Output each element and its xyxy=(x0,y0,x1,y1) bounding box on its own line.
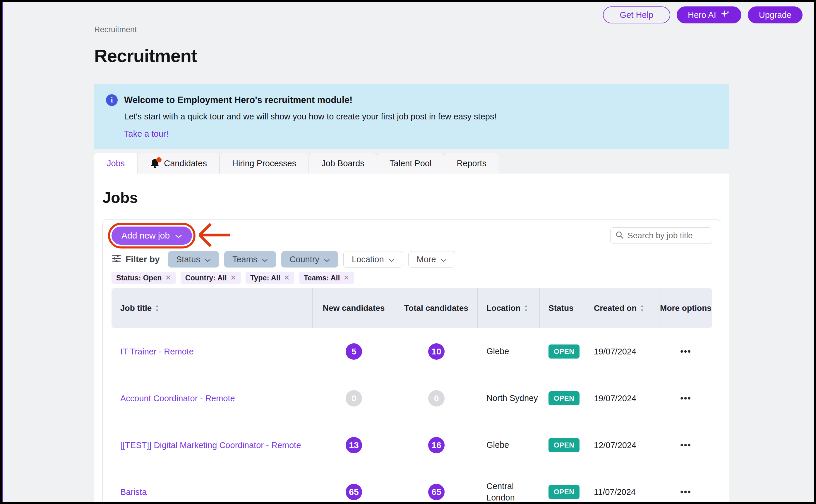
upgrade-button[interactable]: Upgrade xyxy=(748,6,803,23)
banner-title: Welcome to Employment Hero's recruitment… xyxy=(124,94,352,106)
tab-reports[interactable]: Reports xyxy=(444,153,499,174)
more-options-button[interactable]: ••• xyxy=(680,347,691,356)
status-badge: OPEN xyxy=(548,438,580,452)
col-job-title[interactable]: Job title ▲▼ xyxy=(112,288,313,328)
new-candidates-badge: 5 xyxy=(346,343,362,360)
take-a-tour-link[interactable]: Take a tour! xyxy=(124,129,169,139)
tab-candidates-label: Candidates xyxy=(164,159,207,168)
job-location: Glebe xyxy=(478,422,540,469)
add-new-job-label: Add new job xyxy=(121,231,170,241)
tab-jobs[interactable]: Jobs xyxy=(94,153,137,174)
chevron-down-icon xyxy=(324,255,330,264)
sparkle-icon xyxy=(720,9,730,21)
table-row: IT Trainer - Remote 5 10 Glebe OPEN 19/0… xyxy=(112,328,712,375)
close-icon[interactable]: ✕ xyxy=(230,274,236,282)
tab-talent-pool[interactable]: Talent Pool xyxy=(377,153,444,174)
sort-icon: ▲▼ xyxy=(640,304,644,312)
new-candidates-badge: 65 xyxy=(346,484,362,500)
jobs-table: Job title ▲▼ New candidates Total candid… xyxy=(112,288,712,504)
filter-row: Filter by Status Teams Country xyxy=(112,251,712,268)
hero-ai-button[interactable]: Hero AI xyxy=(677,6,741,23)
chip-country-all[interactable]: Country: All ✕ xyxy=(181,272,241,284)
job-title-link[interactable]: Account Coordinator - Remote xyxy=(120,394,235,403)
status-badge: OPEN xyxy=(548,391,580,405)
bell-icon xyxy=(150,158,160,169)
chip-type-all[interactable]: Type: All ✕ xyxy=(246,272,294,284)
new-candidates-badge: 0 xyxy=(346,390,362,407)
status-badge: OPEN xyxy=(548,344,580,359)
main-content: Recruitment Recruitment i Welcome to Emp… xyxy=(2,2,729,504)
job-location: North Sydney xyxy=(478,375,540,422)
jobs-section-title: Jobs xyxy=(102,189,721,206)
sliders-icon xyxy=(112,254,121,265)
add-new-job-button[interactable]: Add new job xyxy=(112,227,192,245)
table-row: Barista 65 65 Central London OPEN 11/07/… xyxy=(112,469,712,504)
tab-hiring-processes[interactable]: Hiring Processes xyxy=(220,153,309,174)
close-icon[interactable]: ✕ xyxy=(343,274,349,282)
filter-location-button[interactable]: Location xyxy=(343,251,403,268)
filter-more-button[interactable]: More xyxy=(408,251,455,268)
filter-status-button[interactable]: Status xyxy=(168,251,219,268)
more-options-button[interactable]: ••• xyxy=(680,487,691,497)
sort-icon: ▲▼ xyxy=(155,304,159,312)
tab-candidates[interactable]: Candidates xyxy=(137,153,220,174)
status-badge: OPEN xyxy=(548,485,580,499)
tab-job-boards[interactable]: Job Boards xyxy=(309,153,377,174)
created-on-date: 19/07/2024 xyxy=(585,328,659,375)
col-created-on[interactable]: Created on ▲▼ xyxy=(585,288,659,328)
total-candidates-badge: 10 xyxy=(428,343,445,360)
col-location[interactable]: Location ▲▼ xyxy=(478,288,540,328)
job-location: Glebe xyxy=(478,328,540,375)
total-candidates-badge: 16 xyxy=(428,437,445,453)
hero-ai-label: Hero AI xyxy=(688,10,716,20)
filter-by-label: Filter by xyxy=(112,254,160,265)
get-help-button[interactable]: Get Help xyxy=(603,6,670,23)
chevron-down-icon xyxy=(175,231,182,241)
col-more-options: More options xyxy=(659,288,712,328)
banner-body: Let's start with a quick tour and we wil… xyxy=(124,112,718,121)
notification-dot xyxy=(156,157,162,162)
chip-teams-all[interactable]: Teams: All ✕ xyxy=(299,272,354,284)
annotation-arrow-icon xyxy=(197,221,232,250)
table-header: Job title ▲▼ New candidates Total candid… xyxy=(112,288,712,328)
search-input[interactable] xyxy=(628,231,707,240)
total-candidates-badge: 65 xyxy=(428,484,445,500)
info-icon: i xyxy=(106,94,118,106)
created-on-date: 19/07/2024 xyxy=(585,375,659,422)
table-row: Account Coordinator - Remote 0 0 North S… xyxy=(112,375,712,422)
new-candidates-badge: 13 xyxy=(346,437,362,453)
job-location: Central London xyxy=(478,469,540,504)
more-options-button[interactable]: ••• xyxy=(680,393,691,403)
jobs-card: Add new job xyxy=(102,219,721,504)
col-new-candidates: New candidates xyxy=(313,288,395,328)
more-options-button[interactable]: ••• xyxy=(680,440,691,450)
topbar: Get Help Hero AI Upgrade xyxy=(603,6,803,23)
chevron-down-icon xyxy=(389,255,395,264)
search-icon xyxy=(615,231,624,241)
chevron-down-icon xyxy=(262,255,268,264)
filter-country-button[interactable]: Country xyxy=(281,251,338,268)
jobs-panel: Jobs Add new job xyxy=(94,174,729,504)
col-total-candidates: Total candidates xyxy=(395,288,478,328)
chevron-down-icon xyxy=(441,255,447,264)
app-window: Get Help Hero AI Upgrade Recruitment Rec… xyxy=(0,0,816,504)
sort-icon: ▲▼ xyxy=(524,304,528,312)
table-row: [[TEST]] Digital Marketing Coordinator -… xyxy=(112,422,712,469)
job-title-link[interactable]: Barista xyxy=(120,487,147,497)
job-title-link[interactable]: IT Trainer - Remote xyxy=(120,347,194,356)
created-on-date: 12/07/2024 xyxy=(585,422,659,469)
left-accent-line xyxy=(2,2,3,502)
close-icon[interactable]: ✕ xyxy=(165,274,171,282)
chevron-down-icon xyxy=(205,255,211,264)
page-title: Recruitment xyxy=(94,45,729,66)
tab-bar: Jobs Candidates Hiring Processes Job Boa… xyxy=(94,153,729,174)
welcome-banner: i Welcome to Employment Hero's recruitme… xyxy=(94,84,729,149)
total-candidates-badge: 0 xyxy=(428,390,445,407)
job-title-link[interactable]: [[TEST]] Digital Marketing Coordinator -… xyxy=(120,440,301,450)
breadcrumb[interactable]: Recruitment xyxy=(94,25,729,34)
filter-teams-button[interactable]: Teams xyxy=(224,251,276,268)
chip-status-open[interactable]: Status: Open ✕ xyxy=(112,272,176,284)
created-on-date: 11/07/2024 xyxy=(585,469,659,504)
job-search xyxy=(610,227,712,244)
close-icon[interactable]: ✕ xyxy=(284,274,290,282)
